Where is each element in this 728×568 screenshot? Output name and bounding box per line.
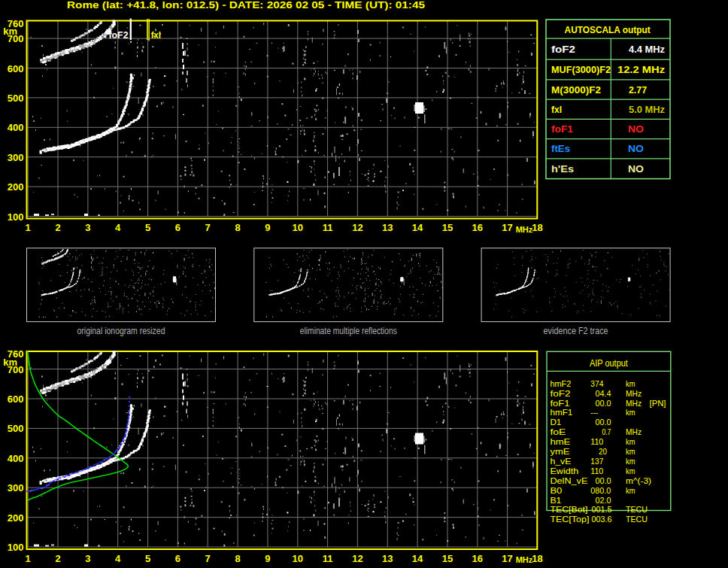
svg-text:500: 500 <box>8 423 24 434</box>
svg-text:AUTOSCALA output: AUTOSCALA output <box>565 24 651 35</box>
svg-text:02.0: 02.0 <box>595 496 611 505</box>
svg-text:TEC[Top]: TEC[Top] <box>550 515 589 524</box>
svg-text:NO: NO <box>628 163 644 175</box>
svg-text:500: 500 <box>8 93 24 104</box>
svg-text:MHz: MHz <box>626 399 642 408</box>
svg-text:16: 16 <box>472 553 483 564</box>
svg-text:[PN]: [PN] <box>650 399 666 408</box>
svg-text:700: 700 <box>8 33 24 44</box>
svg-text:1: 1 <box>26 553 31 564</box>
svg-text:foF1: foF1 <box>550 399 569 408</box>
svg-text:5: 5 <box>145 553 150 564</box>
svg-text:11: 11 <box>323 553 333 564</box>
svg-text:001.5: 001.5 <box>592 505 612 514</box>
svg-text:original ionogram resized: original ionogram resized <box>77 326 165 336</box>
svg-text:fxI: fxI <box>151 29 161 41</box>
svg-text:2: 2 <box>55 222 60 233</box>
svg-text:7: 7 <box>205 222 211 233</box>
svg-text:110: 110 <box>590 466 603 475</box>
svg-text:NO: NO <box>628 123 644 135</box>
svg-text:4: 4 <box>115 222 121 233</box>
svg-text:00.0: 00.0 <box>595 476 611 485</box>
svg-text:080.0: 080.0 <box>590 486 611 495</box>
svg-text:600: 600 <box>8 63 24 74</box>
svg-text:12: 12 <box>352 222 362 233</box>
svg-text:0.7: 0.7 <box>602 427 611 436</box>
svg-text:hmF2: hmF2 <box>550 379 571 388</box>
svg-text:1: 1 <box>26 222 31 233</box>
svg-text:17: 17 <box>502 553 512 564</box>
svg-text:MHz: MHz <box>516 555 533 564</box>
svg-text:374: 374 <box>590 379 604 388</box>
svg-text:6: 6 <box>175 553 180 564</box>
svg-text:100: 100 <box>8 211 24 223</box>
svg-text:km: km <box>626 486 635 495</box>
svg-text:ftEs: ftEs <box>551 143 570 154</box>
svg-text:12: 12 <box>352 553 362 564</box>
svg-text:Rome (lat: +41.8, lon: 012.5): Rome (lat: +41.8, lon: 012.5) - DATE: 20… <box>67 0 425 11</box>
svg-text:13: 13 <box>382 222 393 233</box>
svg-text:foF2: foF2 <box>550 389 570 398</box>
svg-text:300: 300 <box>8 152 24 163</box>
svg-text:B1: B1 <box>550 496 561 505</box>
svg-text:3: 3 <box>85 553 90 564</box>
svg-text:4: 4 <box>115 553 121 564</box>
svg-text:10: 10 <box>293 553 303 564</box>
svg-text:D1: D1 <box>550 418 561 427</box>
svg-text:fxI: fxI <box>551 104 562 115</box>
svg-text:13: 13 <box>382 553 393 564</box>
svg-text:foF2: foF2 <box>551 44 575 55</box>
svg-text:km: km <box>626 437 635 446</box>
svg-text:km: km <box>626 466 635 475</box>
svg-text:MHz: MHz <box>626 427 642 436</box>
svg-text:km: km <box>626 457 635 466</box>
svg-text:15: 15 <box>442 553 453 564</box>
svg-text:003.6: 003.6 <box>592 515 612 524</box>
svg-text:evidence F2 trace: evidence F2 trace <box>544 326 608 336</box>
svg-text:M(3000)F2: M(3000)F2 <box>551 84 601 96</box>
svg-text:4.4 MHz: 4.4 MHz <box>629 44 665 55</box>
svg-text:17: 17 <box>502 222 512 233</box>
svg-text:---: --- <box>590 408 598 417</box>
svg-text:hmF1: hmF1 <box>550 408 572 417</box>
svg-text:TECU: TECU <box>626 515 648 524</box>
svg-text:700: 700 <box>8 364 24 375</box>
svg-text:MHz: MHz <box>516 225 533 234</box>
svg-text:foF2: foF2 <box>109 29 129 41</box>
svg-text:5: 5 <box>145 222 150 233</box>
svg-text:14: 14 <box>412 222 423 233</box>
svg-text:04.4: 04.4 <box>595 389 611 398</box>
svg-text:400: 400 <box>8 122 24 133</box>
svg-text:8: 8 <box>235 553 240 564</box>
svg-text:eliminate multiple reflections: eliminate multiple reflections <box>300 326 397 336</box>
svg-text:Ewidth: Ewidth <box>550 466 578 475</box>
svg-text:400: 400 <box>8 453 24 464</box>
svg-text:h_vE: h_vE <box>550 457 571 466</box>
svg-text:20: 20 <box>599 447 607 456</box>
svg-text:foF1: foF1 <box>551 123 573 135</box>
svg-text:TECU: TECU <box>626 505 648 514</box>
svg-text:TEC[Bot]: TEC[Bot] <box>550 505 587 514</box>
svg-text:10: 10 <box>293 222 303 233</box>
svg-text:AIP output: AIP output <box>590 358 629 369</box>
svg-text:h'Es: h'Es <box>551 163 574 175</box>
svg-text:137: 137 <box>590 457 603 466</box>
svg-text:km: km <box>626 379 635 388</box>
svg-text:2: 2 <box>55 553 60 564</box>
svg-text:15: 15 <box>442 222 453 233</box>
svg-text:hmE: hmE <box>550 437 570 446</box>
svg-text:14: 14 <box>412 553 423 564</box>
svg-text:9: 9 <box>265 222 270 233</box>
svg-text:9: 9 <box>265 553 270 564</box>
svg-text:6: 6 <box>175 222 180 233</box>
svg-text:600: 600 <box>8 393 24 405</box>
svg-text:00.0: 00.0 <box>595 418 611 427</box>
svg-text:200: 200 <box>8 512 24 524</box>
svg-text:ymE: ymE <box>550 447 569 456</box>
svg-text:200: 200 <box>8 181 24 193</box>
svg-text:MUF(3000)F2: MUF(3000)F2 <box>551 64 611 75</box>
svg-text:00.0: 00.0 <box>595 399 611 408</box>
svg-text:110: 110 <box>590 437 603 446</box>
svg-text:km: km <box>626 447 635 456</box>
svg-text:8: 8 <box>235 222 240 233</box>
